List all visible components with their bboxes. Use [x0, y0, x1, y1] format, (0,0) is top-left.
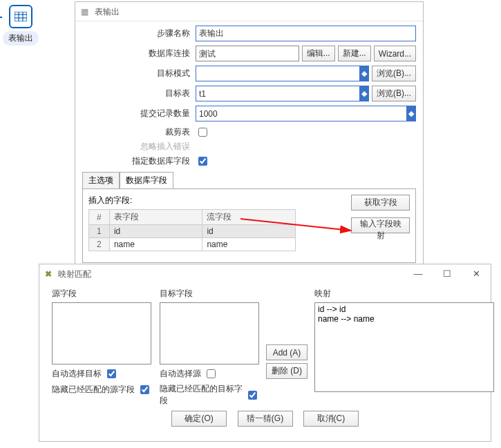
new-connection-button[interactable]: 新建... — [338, 46, 371, 61]
close-button[interactable]: ✕ — [462, 264, 491, 284]
col-hash: # — [89, 210, 110, 225]
target-schema-label: 目标模式 — [82, 68, 196, 79]
commit-size-label: 提交记录数量 — [82, 108, 196, 119]
app-icon: ✖ — [45, 269, 52, 279]
variable-icon[interactable]: ◆ — [359, 66, 369, 81]
specify-fields-label: 指定数据库字段 — [82, 155, 196, 167]
connection-label: 数据库连接 — [82, 48, 196, 59]
auto-source-checkbox[interactable] — [207, 369, 216, 378]
step-name-input[interactable] — [196, 26, 416, 41]
delete-button[interactable]: 删除 (D) — [266, 363, 308, 379]
table-row[interactable]: 2namename — [89, 238, 296, 251]
add-button[interactable]: Add (A) — [266, 344, 308, 360]
auto-source-label: 自动选择源 — [160, 368, 201, 380]
edit-connection-button[interactable]: 编辑... — [302, 46, 335, 61]
target-table-input[interactable] — [196, 86, 359, 101]
commit-size-input[interactable] — [196, 106, 406, 121]
node-label: 表输出 — [3, 31, 39, 46]
dialog-titlebar: ✖ 映射匹配 — ☐ ✕ — [39, 264, 491, 284]
source-fields-list[interactable] — [52, 302, 151, 364]
target-fields-label: 目标字段 — [160, 288, 259, 300]
variable-icon[interactable]: ◆ — [359, 86, 369, 101]
maximize-button[interactable]: ☐ — [433, 264, 462, 284]
truncate-checkbox[interactable] — [198, 128, 207, 137]
browse-table-button[interactable]: 浏览(B)... — [372, 86, 416, 101]
title-icon: ▦ — [81, 7, 88, 17]
get-fields-button[interactable]: 获取字段 — [351, 195, 410, 211]
table-row[interactable]: 1idid — [89, 225, 296, 238]
hide-matched-target-label: 隐藏已经匹配的目标字段 — [160, 383, 243, 407]
target-fields-list[interactable] — [160, 302, 259, 364]
variable-icon[interactable]: ◆ — [406, 106, 416, 121]
wizard-button[interactable]: Wizard... — [374, 46, 416, 61]
browse-schema-button[interactable]: 浏览(B)... — [372, 66, 416, 81]
auto-target-checkbox[interactable] — [107, 369, 116, 378]
mapping-label: 映射 — [314, 288, 494, 300]
cancel-button[interactable]: 取消(C) — [303, 411, 359, 427]
mapping-list[interactable]: id --> id name --> name — [314, 302, 494, 392]
mapping-dialog: ✖ 映射匹配 — ☐ ✕ 源字段 自动选择目标 隐藏已经匹配的源字段 目标字段 … — [39, 264, 491, 442]
mapping-item[interactable]: id --> id — [318, 304, 491, 314]
auto-target-label: 自动选择目标 — [52, 368, 102, 380]
truncate-label: 裁剪表 — [82, 126, 196, 138]
dialog-titlebar: ▦ 表输出 — [75, 2, 423, 21]
table-output-dialog: ▦ 表输出 步骤名称 数据库连接 测试 编辑... 新建... Wizard..… — [75, 1, 424, 271]
guess-button[interactable]: 猜一猜(G) — [238, 411, 293, 427]
dialog-title: 映射匹配 — [58, 269, 91, 279]
connection-select[interactable]: 测试 — [196, 46, 299, 61]
step-name-label: 步骤名称 — [82, 28, 196, 39]
target-schema-input[interactable] — [196, 66, 359, 81]
ignore-errors-label: 忽略插入错误 — [82, 141, 196, 153]
target-table-label: 目标表 — [82, 88, 196, 99]
fields-table: # 表字段 流字段 1idid 2namename — [88, 209, 296, 251]
col-table-field: 表字段 — [109, 210, 202, 225]
table-output-icon — [9, 5, 32, 28]
hide-matched-source-label: 隐藏已经匹配的源字段 — [52, 384, 135, 396]
svg-rect-0 — [15, 12, 27, 21]
ok-button[interactable]: 确定(O) — [171, 411, 227, 427]
specify-fields-checkbox[interactable] — [198, 157, 207, 166]
dialog-title: 表输出 — [95, 7, 120, 17]
mapping-item[interactable]: name --> name — [318, 314, 491, 324]
tab-main[interactable]: 主选项 — [82, 172, 120, 188]
tab-db-fields[interactable]: 数据库字段 — [120, 172, 173, 188]
col-stream-field: 流字段 — [202, 210, 296, 225]
hide-matched-target-checkbox[interactable] — [248, 391, 257, 400]
workflow-node[interactable]: 表输出 — [0, 0, 41, 46]
source-fields-label: 源字段 — [52, 288, 151, 300]
field-mapping-button[interactable]: 输入字段映射 — [351, 217, 410, 233]
minimize-button[interactable]: — — [404, 264, 433, 284]
node-connector — [0, 17, 2, 18]
hide-matched-source-checkbox[interactable] — [140, 385, 149, 394]
